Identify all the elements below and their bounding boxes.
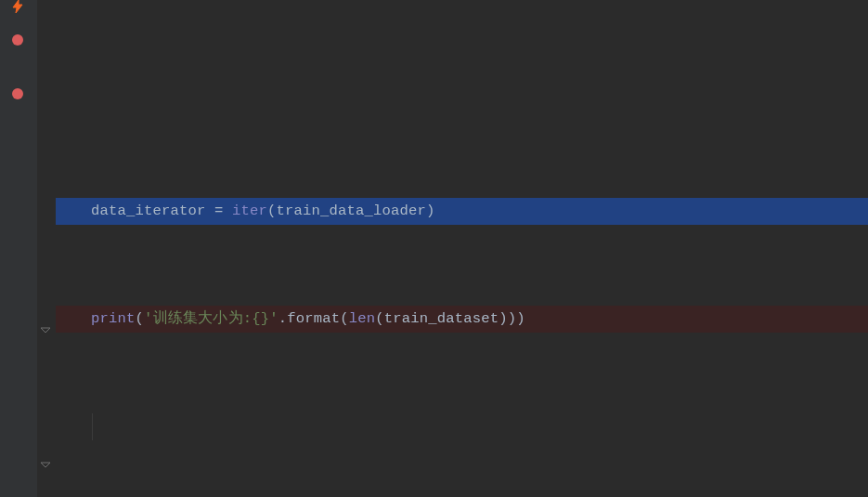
editor-gutter [0, 0, 37, 497]
code-token: data_iterator [91, 203, 206, 219]
code-line[interactable] [56, 108, 868, 117]
fold-marker-icon[interactable] [40, 319, 51, 330]
code-line-selected[interactable]: data_iterator = iter(train_data_loader) [56, 198, 868, 225]
code-line-breakpoint[interactable]: print('训练集大小为:{}'.format(len(train_datas… [56, 306, 868, 333]
code-token: iter [232, 203, 267, 219]
fold-marker-icon[interactable] [40, 453, 51, 464]
code-line[interactable] [56, 413, 868, 440]
code-token: len [349, 310, 376, 327]
breakpoint-icon[interactable] [12, 34, 23, 46]
breakpoint-icon[interactable] [12, 88, 23, 99]
flash-icon[interactable] [9, 0, 26, 15]
code-token: .format( [279, 310, 349, 327]
code-token: ( [136, 310, 145, 327]
code-editor[interactable]: data_iterator = iter(train_data_loader) … [56, 0, 868, 497]
code-token: (train_data_loader) [267, 203, 435, 219]
code-token: print [91, 310, 136, 327]
editor-gutter-extra [37, 0, 56, 497]
code-token: '训练集大小为:{}' [144, 310, 279, 327]
code-token: = [206, 203, 233, 219]
code-token: (train_dataset))) [375, 310, 525, 327]
